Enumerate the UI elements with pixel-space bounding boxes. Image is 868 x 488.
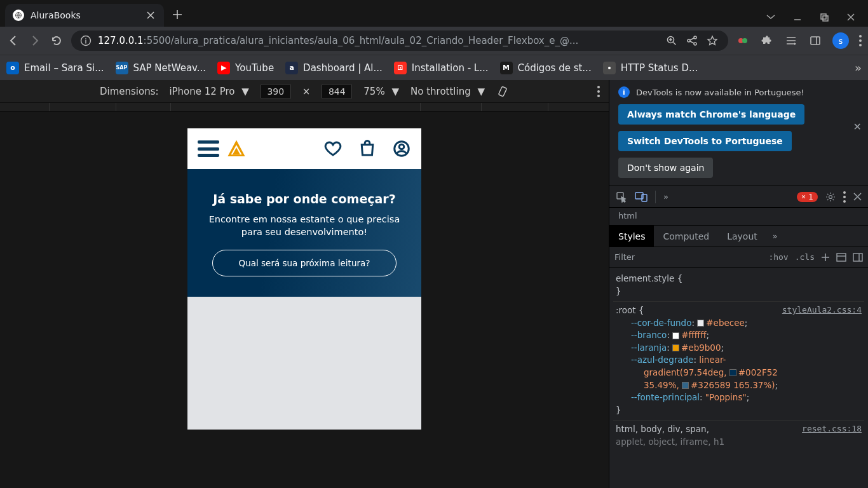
device-menu-button[interactable] xyxy=(597,86,600,97)
svg-point-11 xyxy=(608,67,611,69)
device-toggle-button[interactable] xyxy=(635,192,648,202)
elements-breadcrumb[interactable]: html xyxy=(609,208,868,226)
side-panel-icon[interactable] xyxy=(808,34,822,48)
close-tab-button[interactable] xyxy=(145,10,156,21)
window-controls xyxy=(766,13,859,22)
device-canvas: Já sabe por onde começar? Encontre em no… xyxy=(0,112,609,488)
svg-rect-17 xyxy=(642,194,647,201)
new-tab-button[interactable] xyxy=(168,5,187,24)
source-link[interactable]: styleAula2.css:4 xyxy=(782,304,862,316)
share-icon[interactable] xyxy=(685,34,699,48)
css-rule[interactable]: styleAula2.css:4 :root { --cor-de-fundo:… xyxy=(613,302,864,421)
inspect-element-button[interactable] xyxy=(616,191,627,203)
browser-tabstrip: AluraBooks xyxy=(0,0,868,27)
media-control-icon[interactable] xyxy=(784,34,798,48)
bookmark-item[interactable]: MCódigos de st... xyxy=(500,62,592,74)
svg-point-14 xyxy=(399,144,404,149)
devtools-panel: i DevTools is now available in Portugues… xyxy=(609,80,868,488)
toggle-hov-button[interactable]: :hov xyxy=(768,252,788,262)
always-match-language-button[interactable]: Always match Chrome's language xyxy=(618,104,804,125)
bag-icon[interactable] xyxy=(358,139,377,158)
computed-styles-icon[interactable] xyxy=(836,253,846,262)
dimension-separator: × xyxy=(302,86,311,97)
toolbar-actions: s xyxy=(736,32,862,49)
css-rule[interactable]: element.style { } xyxy=(613,270,864,302)
css-rules-pane[interactable]: element.style { } styleAula2.css:4 :root… xyxy=(609,268,868,488)
device-ruler xyxy=(0,103,609,112)
hero-search-input[interactable]: Qual será sua próxima leitura? xyxy=(212,250,397,276)
error-count-badge[interactable]: 1 xyxy=(797,192,818,202)
bookmark-item[interactable]: HTTP Status D... xyxy=(603,62,698,74)
profile-avatar[interactable]: s xyxy=(832,32,849,49)
devtools-menu-button[interactable] xyxy=(843,191,846,203)
new-style-rule-button[interactable] xyxy=(821,253,830,262)
tab-styles[interactable]: Styles xyxy=(609,226,654,247)
logo-icon xyxy=(226,138,247,159)
zoom-selector[interactable]: 75% ▼ xyxy=(363,86,399,97)
rotate-icon[interactable] xyxy=(496,85,509,98)
bookmark-item[interactable]: aDashboard | Al... xyxy=(285,62,383,74)
favorites-icon[interactable] xyxy=(323,139,342,158)
svg-point-7 xyxy=(694,43,696,45)
bookmark-item[interactable]: ⊡Installation - L... xyxy=(394,62,489,74)
device-width-input[interactable]: 390 xyxy=(261,84,291,99)
switch-language-button[interactable]: Switch DevTools to Portuguese xyxy=(618,131,792,151)
tab-computed[interactable]: Computed xyxy=(654,226,718,247)
svg-rect-1 xyxy=(821,14,826,19)
panel-overflow-button[interactable]: » xyxy=(663,192,668,201)
info-icon: i xyxy=(618,86,630,98)
window-close-button[interactable] xyxy=(846,13,859,22)
rendered-page: Já sabe por onde começar? Encontre em no… xyxy=(187,128,421,430)
toggle-rendering-icon[interactable] xyxy=(853,253,863,262)
profile-icon[interactable] xyxy=(392,139,411,158)
source-link[interactable]: reset.css:18 xyxy=(802,423,862,435)
bookmark-star-icon[interactable] xyxy=(705,34,719,48)
page-header xyxy=(187,128,421,169)
dont-show-again-button[interactable]: Don't show again xyxy=(618,158,713,178)
svg-rect-19 xyxy=(837,254,846,261)
window-minimize-button[interactable] xyxy=(793,13,806,22)
reload-button[interactable] xyxy=(50,34,64,48)
throttling-selector[interactable]: No throttling ▼ xyxy=(410,86,485,97)
zoom-icon[interactable] xyxy=(665,34,679,48)
device-height-input[interactable]: 844 xyxy=(322,84,352,99)
chrome-menu-button[interactable] xyxy=(859,35,862,46)
globe-icon xyxy=(13,10,24,21)
svg-point-6 xyxy=(694,36,696,39)
devtools-language-banner: i DevTools is now available in Portugues… xyxy=(609,80,868,186)
tab-layout[interactable]: Layout xyxy=(718,226,766,247)
styles-filter-input[interactable]: Filter xyxy=(614,252,762,262)
site-info-icon[interactable] xyxy=(80,35,92,46)
window-dropdown-icon[interactable] xyxy=(766,15,779,20)
close-banner-button[interactable]: ✕ xyxy=(853,121,862,133)
hero-section: Já sabe por onde começar? Encontre em no… xyxy=(187,169,421,297)
bookmarks-overflow-button[interactable]: » xyxy=(855,61,862,74)
settings-gear-icon[interactable] xyxy=(825,192,836,202)
svg-point-9 xyxy=(742,38,747,43)
hamburger-menu-button[interactable] xyxy=(198,140,219,157)
nav-back-button[interactable] xyxy=(6,34,20,48)
content-area: Dimensions: iPhone 12 Pro ▼ 390 × 844 75… xyxy=(0,80,868,488)
tabs-overflow-button[interactable]: » xyxy=(773,226,778,247)
toggle-cls-button[interactable]: .cls xyxy=(795,252,815,262)
extensions-icon[interactable] xyxy=(760,34,774,48)
bookmark-item[interactable]: SAPSAP NetWeav... xyxy=(116,62,207,74)
device-toolbar: Dimensions: iPhone 12 Pro ▼ 390 × 844 75… xyxy=(0,80,609,103)
svg-rect-20 xyxy=(853,254,862,261)
bookmark-item[interactable]: oEmail – Sara Si... xyxy=(6,62,104,74)
svg-rect-10 xyxy=(811,37,820,44)
banner-message: DevTools is now available in Portuguese! xyxy=(636,88,804,97)
extension-raindrop-icon[interactable] xyxy=(736,34,750,48)
browser-tab-active[interactable]: AluraBooks xyxy=(5,4,164,27)
css-rule[interactable]: reset.css:18 html, body, div, span, appl… xyxy=(613,421,864,452)
styles-tabs: Styles Computed Layout » xyxy=(609,226,868,247)
svg-point-5 xyxy=(688,39,690,42)
url-text: 127.0.0.1:5500/alura_pratica/alura_inici… xyxy=(98,35,658,46)
bookmark-item[interactable]: ▶YouTube xyxy=(217,62,274,74)
bookmarks-bar: oEmail – Sara Si... SAPSAP NetWeav... ▶Y… xyxy=(0,55,868,80)
window-maximize-button[interactable] xyxy=(820,13,832,22)
nav-forward-button[interactable] xyxy=(28,34,42,48)
address-bar[interactable]: 127.0.0.1:5500/alura_pratica/alura_inici… xyxy=(71,30,728,51)
close-devtools-button[interactable] xyxy=(853,193,862,201)
device-selector[interactable]: Dimensions: iPhone 12 Pro ▼ xyxy=(100,86,249,97)
